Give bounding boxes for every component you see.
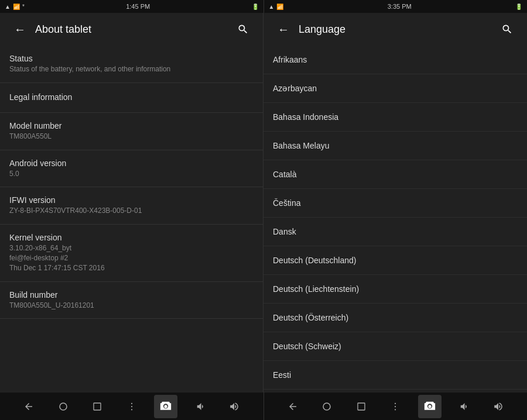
status-bars: ▲ 📶 * 1:45 PM 🔋 ▲ 📶 3:35 PM 🔋 bbox=[0, 0, 527, 13]
right-status-bar: ▲ 📶 3:35 PM 🔋 bbox=[264, 0, 528, 13]
left-panel: ← About tablet Status Status of the batt… bbox=[0, 13, 264, 392]
settings-item-android-title: Android version bbox=[9, 159, 254, 168]
settings-item-model-subtitle: TM800A550L bbox=[9, 132, 254, 142]
settings-item-model[interactable]: Model number TM800A550L bbox=[0, 113, 263, 150]
svg-point-0 bbox=[60, 403, 67, 410]
left-nav-vol-down[interactable] bbox=[189, 395, 212, 418]
right-panel: ← Language Afrikaans Azərbaycan Bahasa I… bbox=[264, 13, 527, 392]
settings-item-status-subtitle: Status of the battery, network, and othe… bbox=[9, 64, 254, 74]
settings-list: Status Status of the battery, network, a… bbox=[0, 46, 263, 392]
left-nav-recent[interactable] bbox=[85, 395, 109, 418]
right-nav-vol-down[interactable] bbox=[452, 395, 475, 418]
right-signal-icon: 📶 bbox=[276, 4, 283, 10]
settings-item-legal-title: Legal information bbox=[9, 92, 254, 102]
settings-item-legal[interactable]: Legal information bbox=[0, 83, 263, 113]
lang-azerbaycan[interactable]: Azərbaycan bbox=[264, 74, 527, 103]
left-panel-title: About tablet bbox=[35, 23, 232, 36]
settings-item-build[interactable]: Build number TM800A550L_U-20161201 bbox=[0, 282, 263, 319]
lang-cestina[interactable]: Čeština bbox=[264, 189, 527, 218]
lang-deutsch-liechtenstein[interactable]: Deutsch (Liechtenstein) bbox=[264, 275, 527, 304]
lang-afrikaans[interactable]: Afrikaans bbox=[264, 46, 527, 74]
svg-point-2 bbox=[131, 402, 132, 404]
left-time: 1:45 PM bbox=[25, 3, 252, 10]
lang-deutsch-osterreich[interactable]: Deutsch (Österreich) bbox=[264, 304, 527, 332]
lang-dansk[interactable]: Dansk bbox=[264, 218, 527, 246]
lang-deutsch-deutschland[interactable]: Deutsch (Deutschland) bbox=[264, 246, 527, 275]
right-app-bar: ← Language bbox=[264, 13, 527, 46]
svg-point-8 bbox=[395, 405, 396, 407]
settings-item-status[interactable]: Status Status of the battery, network, a… bbox=[0, 46, 263, 83]
settings-item-status-title: Status bbox=[9, 54, 254, 63]
left-nav-bar bbox=[0, 392, 264, 420]
lang-bahasa-indonesia[interactable]: Bahasa Indonesia bbox=[264, 103, 527, 132]
left-status-bar: ▲ 📶 * 1:45 PM 🔋 bbox=[0, 0, 264, 13]
left-app-bar: ← About tablet bbox=[0, 13, 263, 46]
settings-item-android-subtitle: 5.0 bbox=[9, 169, 254, 179]
left-battery-icon: 🔋 bbox=[252, 4, 259, 10]
right-nav-bar bbox=[264, 392, 528, 420]
main-area: ← About tablet Status Status of the batt… bbox=[0, 13, 527, 392]
signal-icon: 📶 bbox=[13, 4, 20, 10]
svg-rect-6 bbox=[358, 403, 365, 410]
left-nav-home[interactable] bbox=[52, 395, 75, 418]
right-nav-camera[interactable] bbox=[418, 395, 442, 418]
svg-point-5 bbox=[323, 403, 330, 410]
settings-item-ifwi[interactable]: IFWI version ZY-8-BI-PX4S70VTR400-X423B-… bbox=[0, 187, 263, 225]
left-nav-back[interactable] bbox=[17, 395, 40, 418]
settings-item-kernel[interactable]: Kernel version 3.10.20-x86_64_bytfei@fei… bbox=[0, 225, 263, 281]
right-nav-home[interactable] bbox=[315, 395, 338, 418]
settings-item-kernel-title: Kernel version bbox=[9, 233, 254, 242]
left-back-button[interactable]: ← bbox=[9, 19, 30, 40]
lang-catala[interactable]: Català bbox=[264, 160, 527, 189]
language-list: Afrikaans Azərbaycan Bahasa Indonesia Ba… bbox=[264, 46, 527, 392]
svg-point-7 bbox=[395, 402, 396, 404]
left-search-button[interactable] bbox=[232, 19, 254, 40]
wifi-icon: ▲ bbox=[5, 4, 11, 10]
svg-point-9 bbox=[395, 409, 396, 410]
right-status-icons-left: ▲ 📶 bbox=[269, 4, 284, 10]
right-nav-recent[interactable] bbox=[350, 395, 373, 418]
settings-item-ifwi-title: IFWI version bbox=[9, 195, 254, 205]
right-wifi-icon: ▲ bbox=[269, 4, 275, 10]
settings-item-model-title: Model number bbox=[9, 121, 254, 130]
settings-item-ifwi-subtitle: ZY-8-BI-PX4S70VTR400-X423B-005-D-01 bbox=[9, 206, 254, 216]
settings-item-kernel-subtitle: 3.10.20-x86_64_bytfei@fei-desktop #2Thu … bbox=[9, 243, 254, 273]
settings-item-build-title: Build number bbox=[9, 290, 254, 299]
right-time: 3:35 PM bbox=[283, 3, 515, 10]
lang-deutsch-schweiz[interactable]: Deutsch (Schweiz) bbox=[264, 332, 527, 361]
settings-item-build-subtitle: TM800A550L_U-20161201 bbox=[9, 301, 254, 311]
right-panel-title: Language bbox=[299, 23, 497, 36]
left-nav-menu[interactable] bbox=[120, 395, 143, 418]
lang-bahasa-melayu[interactable]: Bahasa Melayu bbox=[264, 132, 527, 160]
svg-rect-1 bbox=[94, 403, 101, 410]
right-back-button[interactable]: ← bbox=[273, 19, 294, 40]
left-nav-vol-up[interactable] bbox=[223, 395, 246, 418]
svg-point-3 bbox=[131, 405, 132, 407]
nav-bars bbox=[0, 392, 527, 420]
settings-item-android[interactable]: Android version 5.0 bbox=[0, 150, 263, 188]
right-battery-icon: 🔋 bbox=[515, 4, 522, 10]
right-search-button[interactable] bbox=[497, 19, 518, 40]
right-nav-vol-up[interactable] bbox=[487, 395, 510, 418]
right-nav-back[interactable] bbox=[281, 395, 304, 418]
right-nav-menu[interactable] bbox=[384, 395, 407, 418]
lang-eesti[interactable]: Eesti bbox=[264, 361, 527, 390]
left-status-icons: ▲ 📶 * bbox=[5, 4, 25, 10]
left-nav-camera[interactable] bbox=[154, 395, 177, 418]
svg-point-4 bbox=[131, 409, 132, 410]
